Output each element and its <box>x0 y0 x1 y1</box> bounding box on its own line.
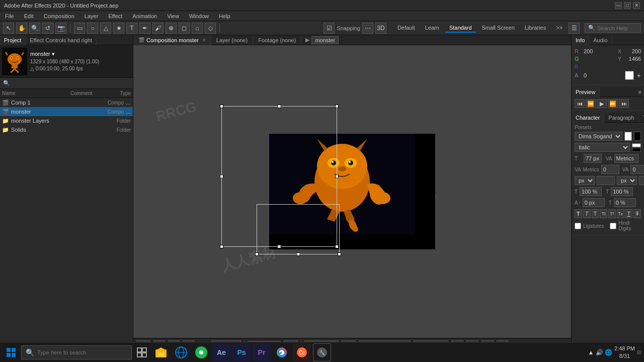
tab-info[interactable]: Info <box>572 35 589 45</box>
add-color-btn[interactable]: + <box>637 71 641 79</box>
tracking-input[interactable] <box>601 165 619 174</box>
preview-options[interactable]: ≡ <box>636 87 644 97</box>
subscript-btn[interactable]: T₂ <box>617 209 624 218</box>
baseline-input[interactable] <box>583 198 605 207</box>
color-picker-btn[interactable] <box>625 71 634 80</box>
zoom-tool[interactable]: 🔍 <box>29 23 40 34</box>
shape-tool[interactable]: ◇ <box>205 23 216 34</box>
rect-tool[interactable]: ▭ <box>74 23 85 34</box>
snapping-options[interactable]: ⋯ <box>362 23 373 34</box>
stroke-color[interactable] <box>632 143 641 147</box>
kerning-input[interactable] <box>614 154 638 163</box>
play-btn[interactable]: ▶ <box>597 99 607 108</box>
3d-mode[interactable]: 3D <box>375 23 386 34</box>
star-tool[interactable]: ★ <box>113 23 124 34</box>
ligatures-checkbox[interactable] <box>575 223 581 229</box>
windows-button[interactable] <box>3 344 19 360</box>
rotate-tool[interactable]: ↺ <box>42 23 53 34</box>
search-input[interactable] <box>597 25 637 31</box>
camera-tool[interactable]: 📷 <box>55 23 66 34</box>
uppercase-btn[interactable]: T <box>592 209 599 218</box>
menu-effect[interactable]: Effect <box>106 13 124 19</box>
sub-handle-bm[interactable] <box>296 252 300 256</box>
strikethrough-btn[interactable]: T <box>633 209 641 218</box>
menu-composition[interactable]: Composition <box>42 13 76 19</box>
eraser-tool[interactable]: ◻ <box>179 23 190 34</box>
skip-start-btn[interactable]: ⏮ <box>575 99 585 108</box>
handle-tl[interactable] <box>220 105 223 108</box>
tab-small-screen[interactable]: Small Screen <box>478 24 519 33</box>
font-style-select[interactable]: Italic Regular Bold <box>575 143 630 152</box>
hindi-checkbox[interactable] <box>610 223 616 229</box>
list-item[interactable]: 🎬 monster Compo … <box>0 107 133 116</box>
puppet-tool[interactable]: ⌂ <box>192 23 203 34</box>
close-tab-icon[interactable]: ≡ <box>203 35 206 45</box>
project-search-input[interactable] <box>12 80 130 86</box>
selection-tool[interactable]: ↖ <box>3 23 14 34</box>
tab-project[interactable]: Project <box>0 35 26 45</box>
font-color-swatch[interactable] <box>624 132 632 141</box>
tab-standard[interactable]: Standard <box>445 24 476 33</box>
tab-libraries[interactable]: Libraries <box>521 24 550 33</box>
superscript-btn[interactable]: T² <box>608 209 616 218</box>
kerning-val-input[interactable] <box>630 165 644 174</box>
menu-help[interactable]: Help <box>217 13 232 19</box>
maximize-button[interactable]: □ <box>624 2 631 9</box>
tab-effect-controls[interactable]: Effect Controls hand right <box>26 35 97 45</box>
list-item[interactable]: 📁 Solids Folder <box>0 125 133 134</box>
taskbar-ps[interactable]: Ps <box>232 343 251 361</box>
comp-tab-composition[interactable]: 🎬 Composition monster ≡ <box>133 35 211 45</box>
handle-tr[interactable] <box>335 105 339 108</box>
clone-tool[interactable]: ⊕ <box>166 23 177 34</box>
menu-layer[interactable]: Layer <box>83 13 101 19</box>
taskbar-app3[interactable]: 🔧 <box>313 343 331 361</box>
size-unit-select2[interactable]: px <box>617 176 637 185</box>
handle-ml[interactable] <box>220 175 223 178</box>
handle-bl[interactable] <box>220 245 223 248</box>
font-bg-swatch[interactable] <box>634 132 641 141</box>
size-val-input2[interactable] <box>639 176 644 185</box>
scale-h-input[interactable] <box>580 187 602 196</box>
step-fwd-btn[interactable]: ⏩ <box>608 99 618 108</box>
notification-area[interactable]: ⊟ <box>637 349 641 355</box>
font-name-select[interactable]: Dima Sogand <box>575 132 622 141</box>
handle-br[interactable] <box>335 245 339 248</box>
snapping-checkbox[interactable]: ☑ <box>324 23 335 34</box>
tsumi-input[interactable] <box>614 198 636 207</box>
taskbar-pr[interactable]: Pr <box>253 343 271 361</box>
tab-learn[interactable]: Learn <box>421 24 443 33</box>
tab-character[interactable]: Character <box>572 113 604 123</box>
taskbar-app2[interactable]: Cc <box>293 343 311 361</box>
ellipse-tool[interactable]: ○ <box>87 23 98 34</box>
breadcrumb-item[interactable]: monster <box>311 36 339 44</box>
skip-end-btn[interactable]: ⏭ <box>619 99 629 108</box>
tab-audio[interactable]: Audio <box>589 35 612 45</box>
minimize-button[interactable]: — <box>615 2 622 9</box>
tab-preview[interactable]: Preview <box>572 87 600 97</box>
close-button[interactable]: ✕ <box>633 2 640 9</box>
bold-btn[interactable]: T <box>575 209 582 218</box>
menu-animation[interactable]: Animation <box>130 13 159 19</box>
fill-color[interactable] <box>632 148 641 152</box>
sub-handle-bl[interactable] <box>255 252 259 256</box>
underline-btn[interactable]: T <box>625 209 633 218</box>
comp-tab-layer[interactable]: Layer (none) <box>211 35 253 45</box>
list-item[interactable]: 📁 monster Layers Folder <box>0 116 133 125</box>
hand-tool[interactable]: ✋ <box>16 23 27 34</box>
taskbar-chrome[interactable] <box>273 343 291 361</box>
tab-paragraph[interactable]: Paragraph <box>604 113 638 123</box>
menu-view[interactable]: View <box>165 13 181 19</box>
taskbar-search-input[interactable] <box>37 349 127 355</box>
panel-options[interactable]: ☰ <box>569 23 580 34</box>
scale-v-input[interactable] <box>611 187 633 196</box>
size-val-input[interactable] <box>597 176 615 185</box>
font-size-input[interactable] <box>584 154 602 163</box>
task-view-btn[interactable] <box>134 344 150 360</box>
menu-file[interactable]: File <box>3 13 16 19</box>
comp-tab-footage[interactable]: Footage (none) <box>253 35 301 45</box>
step-back-btn[interactable]: ⏪ <box>586 99 596 108</box>
taskbar-explorer[interactable] <box>152 343 170 361</box>
pen-tool[interactable]: ✒ <box>139 23 150 34</box>
handle-bm[interactable] <box>278 245 281 248</box>
poly-tool[interactable]: △ <box>100 23 111 34</box>
